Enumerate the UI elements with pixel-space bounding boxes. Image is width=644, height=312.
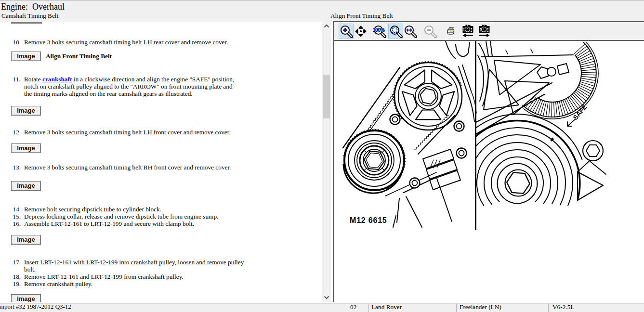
svg-text:SAFE: SAFE (572, 104, 589, 121)
svg-text:M12 6615: M12 6615 (350, 216, 387, 224)
svg-text:100%: 100% (373, 27, 385, 33)
